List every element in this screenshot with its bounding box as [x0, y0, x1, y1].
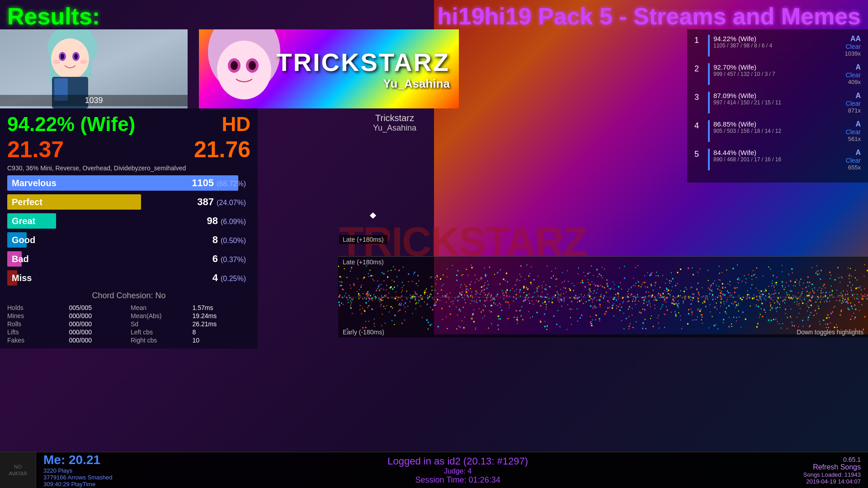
- lb-bar-1: [708, 35, 710, 56]
- leaderboard-item-2: 292.70% (Wife)999 / 457 / 132 / 10 / 3 /…: [694, 63, 861, 85]
- lb-bar-3: [708, 92, 710, 113]
- sd-label: Sd: [131, 320, 189, 328]
- svg-point-8: [74, 54, 78, 59]
- lb-grade-text-4: A: [846, 120, 861, 128]
- lb-hits-5: 890 / 468 / 201 / 17 / 16 / 16: [713, 156, 842, 163]
- judgment-count-good: 8(0.50%): [212, 234, 246, 246]
- lb-clear-4: Clear: [846, 128, 861, 136]
- banner-artist: Yu_Asahina: [276, 77, 450, 91]
- lb-grade-text-5: A: [846, 149, 861, 157]
- lb-combo-1: 1039x: [845, 50, 861, 57]
- late-label: Late (+180ms): [339, 235, 387, 244]
- footer-session: Session Time: 01:26:34: [415, 475, 500, 485]
- svg-point-17: [231, 61, 238, 70]
- lb-combo-3: 871x: [846, 107, 861, 114]
- song-info: Trickstarz Yu_Asahina: [338, 113, 451, 133]
- results-title: Results:: [7, 3, 100, 30]
- lb-bar-4: [708, 120, 710, 142]
- lb-rank-4: 4: [694, 120, 704, 131]
- svg-point-12: [80, 60, 87, 64]
- sd-value: 26.21ms: [193, 320, 251, 328]
- lb-pct-5: 84.44% (Wife): [713, 149, 842, 156]
- judgment-label-miss: Miss: [12, 273, 32, 283]
- options-text: C930, 36% Mini, Reverse, Overhead, Divid…: [7, 164, 250, 172]
- lb-hits-2: 999 / 457 / 132 / 10 / 3 / 7: [713, 71, 842, 77]
- lb-grade-text-1: AA: [845, 35, 861, 43]
- rolls-value: 000/000: [69, 320, 127, 328]
- lb-bar-5: [708, 149, 710, 170]
- judgment-bars: Marvelous1105(68.72%)Perfect387(24.07%)G…: [7, 175, 250, 287]
- scatter-area: Late (+180ms) Early (-180ms) Down toggle…: [338, 256, 868, 338]
- lb-rank-2: 2: [694, 63, 704, 74]
- lb-info-1: 94.22% (Wife)1105 / 387 / 98 / 8 / 6 / 4: [713, 35, 841, 49]
- mod-text: HD: [222, 113, 250, 136]
- lb-combo-5: 655x: [846, 164, 861, 171]
- lb-clear-5: Clear: [846, 157, 861, 164]
- judgment-label-good: Good: [12, 235, 35, 245]
- judgment-row-bad: Bad6(0.37%): [7, 251, 250, 267]
- footer-arrows: 3779166 Arrows Smashed: [43, 474, 112, 481]
- score-row: 21.37 21.76: [7, 136, 250, 163]
- mean-value: 1.57ms: [193, 304, 251, 311]
- footer-right: 0.65.1 Refresh Songs Songs Loaded: 11943…: [796, 453, 868, 488]
- footer: NOAVATAR Me: 20.21 3220 Plays 3779166 Ar…: [0, 452, 868, 488]
- svg-point-4: [51, 38, 89, 79]
- lb-grade-2: AClear409x: [846, 63, 861, 85]
- judgment-row-great: Great98(6.09%): [7, 213, 250, 229]
- lb-pct-1: 94.22% (Wife): [713, 35, 841, 42]
- judgment-label-great: Great: [12, 216, 35, 226]
- footer-judge: Judge: 4: [444, 467, 472, 475]
- avatar-box: NOAVATAR: [0, 452, 36, 488]
- lb-grade-3: AClear871x: [846, 92, 861, 114]
- no-avatar-label: NOAVATAR: [9, 464, 27, 477]
- lb-info-4: 86.85% (Wife)905 / 503 / 156 / 18 / 14 /…: [713, 120, 842, 134]
- footer-version: 0.65.1: [843, 456, 861, 463]
- lb-grade-5: AClear655x: [846, 149, 861, 171]
- lb-pct-2: 92.70% (Wife): [713, 63, 842, 71]
- rolls-label: Rolls: [7, 320, 66, 328]
- svg-point-7: [61, 54, 64, 59]
- judgment-row-marvelous: Marvelous1105(68.72%): [7, 175, 250, 191]
- judgment-count-bad: 6(0.37%): [212, 253, 246, 265]
- judgment-label-perfect: Perfect: [12, 197, 42, 207]
- right-cbs-value: 10: [193, 337, 251, 344]
- lb-clear-1: Clear: [845, 43, 861, 50]
- refresh-songs-button[interactable]: Refresh Songs: [813, 463, 861, 471]
- footer-center: Logged in as id2 (20.13: #1297) Judge: 4…: [119, 455, 796, 485]
- lb-rank-1: 1: [694, 35, 704, 45]
- song-chart-author: Trickstarz: [338, 113, 451, 123]
- leaderboard-item-4: 486.85% (Wife)905 / 503 / 156 / 18 / 14 …: [694, 120, 861, 142]
- lb-combo-4: 561x: [846, 136, 861, 142]
- mines-label: Mines: [7, 312, 66, 319]
- mean-abs-label: Mean(Abs): [131, 312, 189, 319]
- lb-rank-3: 3: [694, 92, 704, 102]
- footer-user-info: Me: 20.21 3220 Plays 3779166 Arrows Smas…: [36, 450, 119, 488]
- footer-me: Me: 20.21: [43, 453, 112, 467]
- leaderboard-panel: 194.22% (Wife)1105 / 387 / 98 / 8 / 6 / …: [687, 29, 868, 183]
- svg-point-14: [217, 41, 271, 99]
- right-cbs-label: Right cbs: [131, 337, 189, 344]
- lb-pct-4: 86.85% (Wife): [713, 120, 842, 128]
- left-cbs-value: 8: [193, 328, 251, 336]
- lb-grade-text-2: A: [846, 63, 861, 71]
- lb-pct-3: 87.09% (Wife): [713, 92, 842, 99]
- leaderboard-item-1: 194.22% (Wife)1105 / 387 / 98 / 8 / 6 / …: [694, 35, 861, 57]
- lb-info-2: 92.70% (Wife)999 / 457 / 132 / 10 / 3 / …: [713, 63, 842, 77]
- lb-info-5: 84.44% (Wife)890 / 468 / 201 / 17 / 16 /…: [713, 149, 842, 163]
- song-banner: TRICKSTARZ Yu_Asahina: [199, 29, 459, 108]
- score-value: 1039: [85, 96, 103, 105]
- leaderboard-item-5: 584.44% (Wife)890 / 468 / 201 / 17 / 16 …: [694, 149, 861, 171]
- footer-playtime: 309:40:29 PlayTime: [43, 481, 112, 488]
- banner-song-title: TRICKSTARZ: [276, 47, 450, 77]
- judgment-count-great: 98(6.09%): [207, 215, 246, 227]
- song-artist-label: Yu_Asahina: [338, 123, 451, 133]
- leaderboard-item-3: 387.09% (Wife)997 / 414 / 150 / 21 / 15 …: [694, 92, 861, 114]
- lb-hits-4: 905 / 503 / 156 / 18 / 14 / 12: [713, 128, 842, 134]
- header: Results: hi19hi19 Pack 5 - Streams and M…: [0, 0, 868, 33]
- judgment-row-miss: Miss4(0.25%): [7, 270, 250, 286]
- mines-value: 000/000: [69, 312, 127, 319]
- footer-songs-loaded: Songs Loaded: 11943: [803, 471, 861, 478]
- lb-grade-1: AAClear1039x: [845, 35, 861, 57]
- judgment-row-perfect: Perfect387(24.07%): [7, 194, 250, 210]
- judgment-label-marvelous: Marvelous: [12, 178, 57, 188]
